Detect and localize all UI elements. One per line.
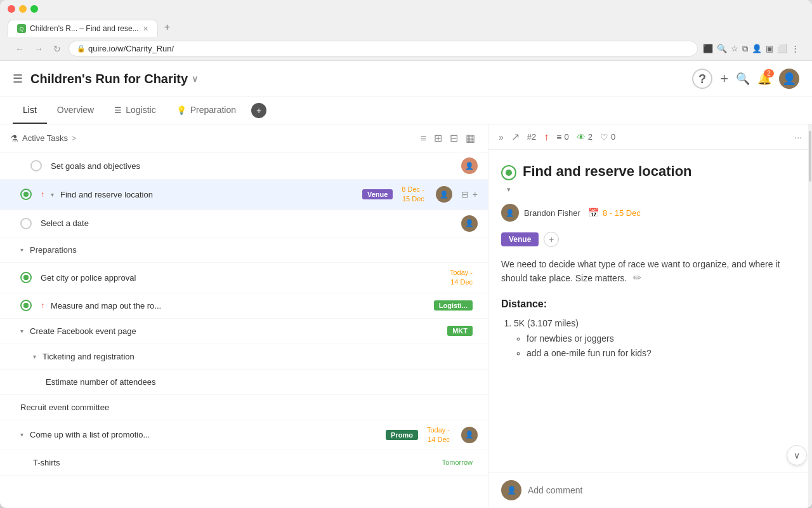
calendar-icon: 📅 bbox=[588, 208, 599, 218]
filter-button[interactable]: ⚗ Active Tasks > bbox=[10, 133, 76, 144]
list-item: add a one-mile fun run for kids? bbox=[527, 346, 799, 361]
browser-chrome: Q Children's R... – Find and rese... ✕ +… bbox=[0, 0, 812, 61]
task-name: Set goals and objectives bbox=[51, 161, 455, 171]
detail-task-checkbox[interactable] bbox=[501, 165, 516, 180]
add-button[interactable]: + bbox=[720, 70, 728, 87]
distance-item-label: 5K (3.107 miles) bbox=[514, 318, 579, 328]
table-row[interactable]: ↑ Measure and map out the ro... Logisti.… bbox=[0, 293, 488, 319]
extensions-icon[interactable]: ⬛ bbox=[703, 44, 713, 53]
filter-arrow-icon: > bbox=[72, 134, 76, 143]
profile-icon[interactable]: 👤 bbox=[752, 44, 762, 53]
detail-scrollbar-track[interactable] bbox=[808, 124, 812, 508]
maximize-button[interactable] bbox=[30, 5, 38, 13]
task-name: Find and reserve location bbox=[60, 190, 358, 199]
tab-close-button[interactable]: ✕ bbox=[143, 25, 148, 33]
tab-logistic[interactable]: ☰ Logistic bbox=[104, 97, 166, 124]
collapse-icon[interactable]: ▾ bbox=[33, 353, 36, 360]
task-action-buttons: ⊟ + bbox=[461, 189, 478, 199]
detail-body: ▾ Find and reserve location 👤 Brandon Fi… bbox=[488, 150, 812, 472]
task-number-label: #2 bbox=[527, 132, 536, 142]
traffic-lights bbox=[8, 5, 804, 13]
tab-title: Children's R... – Find and rese... bbox=[30, 24, 139, 33]
add-tag-button[interactable]: + bbox=[544, 232, 559, 247]
table-row[interactable]: ▾ Preparations bbox=[0, 237, 488, 263]
link-button[interactable]: ↗ bbox=[511, 131, 520, 143]
collapse-icon[interactable]: ▾ bbox=[20, 246, 23, 253]
watch-icon: 👁 bbox=[577, 132, 586, 142]
add-tab-button[interactable]: + bbox=[251, 103, 266, 118]
distance-list: 5K (3.107 miles) for newbies or joggers … bbox=[514, 316, 799, 361]
table-row[interactable]: ↑ ▾ Find and reserve location Venue 8 De… bbox=[0, 180, 488, 210]
tab-overview[interactable]: Overview bbox=[47, 97, 104, 124]
table-row[interactable]: Recruit event committee bbox=[0, 395, 488, 420]
project-title-text: Children's Run for Charity bbox=[30, 72, 188, 86]
task-checkbox[interactable] bbox=[20, 300, 32, 311]
table-row[interactable]: Set goals and objectives 👤 bbox=[0, 152, 488, 180]
minimize-button[interactable] bbox=[19, 5, 27, 13]
task-checkbox[interactable] bbox=[20, 218, 32, 229]
list-toolbar: ⚗ Active Tasks > ≡ ⊞ ⊟ ▦ bbox=[0, 124, 488, 152]
board-view-button[interactable]: ⊞ bbox=[431, 130, 445, 147]
task-checkbox[interactable] bbox=[20, 272, 32, 283]
comment-input[interactable] bbox=[528, 485, 799, 495]
extensions2-icon[interactable]: ⧉ bbox=[742, 44, 748, 54]
collapse-icon[interactable]: ▾ bbox=[20, 328, 23, 335]
menu-icon[interactable]: ⋮ bbox=[791, 44, 799, 53]
bookmark-icon[interactable]: ☆ bbox=[731, 44, 738, 53]
table-row[interactable]: ▾ Ticketing and registration bbox=[0, 344, 488, 370]
task-add-button[interactable]: + bbox=[473, 189, 478, 199]
table-row[interactable]: T-shirts Tomorrow bbox=[0, 450, 488, 476]
table-row[interactable]: ▾ Come up with a list of promotio... Pro… bbox=[0, 420, 488, 451]
table-view-button[interactable]: ▦ bbox=[463, 130, 478, 147]
tab-preparation[interactable]: 💡 Preparation bbox=[166, 97, 246, 124]
avatar: 👤 bbox=[461, 157, 478, 174]
back-button[interactable]: ← bbox=[13, 43, 27, 55]
scroll-down-button[interactable]: ∨ bbox=[787, 445, 807, 465]
address-bar[interactable]: 🔒 quire.io/w/Charity_Run/ bbox=[69, 41, 698, 57]
tab-logistic-label: Logistic bbox=[126, 105, 155, 115]
menu-button[interactable]: ☰ bbox=[13, 72, 23, 86]
forward-button[interactable]: → bbox=[32, 43, 46, 55]
project-title[interactable]: Children's Run for Charity ∨ bbox=[30, 72, 198, 86]
edit-description-button[interactable]: ✏ bbox=[633, 272, 641, 284]
collapse-icon[interactable]: ▾ bbox=[51, 191, 54, 198]
table-row[interactable]: ▾ Create Facebook event page MKT bbox=[0, 319, 488, 344]
expand-button[interactable]: » bbox=[499, 132, 504, 142]
collapse-icon[interactable]: ▾ bbox=[20, 431, 23, 438]
task-name: Measure and map out the ro... bbox=[51, 301, 430, 311]
fullscreen-icon[interactable]: ⬜ bbox=[777, 44, 787, 53]
lock-icon: 🔒 bbox=[77, 44, 86, 53]
search-icon[interactable]: 🔍 bbox=[717, 44, 727, 53]
notification-button[interactable]: 🔔 2 bbox=[757, 72, 771, 86]
task-name: Estimate number of attendees bbox=[46, 377, 478, 387]
table-row[interactable]: Get city or police approval Today -14 De… bbox=[0, 263, 488, 293]
task-name: Select a date bbox=[41, 218, 455, 228]
timeline-view-button[interactable]: ⊟ bbox=[447, 130, 461, 147]
search-button[interactable]: 🔍 bbox=[736, 72, 750, 86]
refresh-button[interactable]: ↻ bbox=[51, 43, 63, 55]
detail-tags: Venue + bbox=[501, 232, 799, 247]
preparation-icon: 💡 bbox=[176, 105, 187, 115]
priority-button[interactable]: ↑ bbox=[544, 131, 549, 143]
check-dropdown-icon[interactable]: ▾ bbox=[507, 185, 511, 194]
list-item: 5K (3.107 miles) for newbies or joggers … bbox=[514, 316, 799, 361]
list-view-button[interactable]: ≡ bbox=[418, 130, 429, 147]
table-row[interactable]: Select a date 👤 bbox=[0, 210, 488, 237]
new-tab-button[interactable]: + bbox=[158, 18, 176, 37]
task-checkbox[interactable] bbox=[20, 189, 32, 200]
sidebar-icon[interactable]: ▣ bbox=[766, 44, 773, 53]
more-actions-button[interactable]: ··· bbox=[794, 132, 802, 142]
tab-overview-label: Overview bbox=[57, 105, 94, 115]
priority-icon: ↑ bbox=[41, 301, 44, 310]
task-checkbox[interactable] bbox=[30, 160, 42, 171]
section-name: Preparations bbox=[30, 245, 478, 255]
close-button[interactable] bbox=[8, 5, 15, 13]
tab-list[interactable]: List bbox=[13, 97, 47, 124]
task-options-button[interactable]: ⊟ bbox=[461, 189, 469, 199]
subtask-count: 0 bbox=[564, 132, 568, 142]
detail-scrollbar-thumb[interactable] bbox=[809, 131, 811, 182]
table-row[interactable]: Estimate number of attendees bbox=[0, 370, 488, 395]
help-button[interactable]: ? bbox=[692, 69, 712, 89]
browser-tab-active[interactable]: Q Children's R... – Find and rese... ✕ bbox=[8, 20, 158, 37]
user-avatar[interactable]: 👤 bbox=[779, 69, 799, 89]
